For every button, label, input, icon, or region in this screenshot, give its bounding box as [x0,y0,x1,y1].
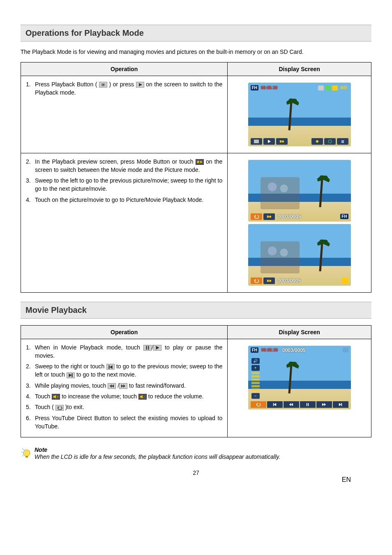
display-screen-preview-picture: 0003/0005 [248,224,351,286]
step-text: Touch + to increase the volume; touch - … [35,392,222,400]
page-number: 27 [21,469,371,476]
svg-marker-31 [53,395,56,398]
svg-rect-15 [267,215,268,217]
svg-marker-43 [322,403,324,406]
play-icon [136,82,144,88]
playback-intro: The Playback Mode is for viewing and man… [21,48,371,56]
star-icon [342,278,348,284]
note-title: Note [35,446,280,453]
step-number: 1. [26,80,35,97]
svg-rect-37 [273,403,274,406]
svg-rect-5 [254,142,259,143]
counter: 0003/0005 [278,278,301,284]
step-number: 3. [26,176,35,193]
back-icon [251,278,262,284]
svg-marker-44 [324,403,326,406]
svg-marker-22 [156,346,159,349]
next-icon [67,372,75,378]
svg-marker-2 [139,83,142,86]
step-number: 4. [26,196,35,204]
fh-badge: FH [340,214,348,219]
mode-switch-icon [263,213,275,220]
svg-marker-30 [123,384,125,388]
rewind-icon [108,383,116,389]
volume-down-icon: - [138,394,147,400]
svg-marker-28 [112,384,114,388]
menu-icon [251,138,262,145]
fh-badge: FH [251,347,258,353]
svg-marker-40 [291,403,293,406]
svg-rect-12 [197,161,199,163]
display-screen-preview-movie: 0003/0005 FH [248,160,351,222]
svg-point-8 [282,140,284,142]
playback-icon [263,138,275,145]
movie-table: Operation Display Screen 1. When in Movi… [21,325,371,438]
note-block: Note When the LCD is idle for a few seco… [21,446,371,461]
info-icon [324,138,336,145]
step-number: 4. [26,392,35,400]
svg-point-9 [316,140,318,143]
forward-icon [119,383,127,389]
prev-icon [267,401,283,408]
svg-rect-23 [108,365,109,369]
back-icon [251,213,262,220]
display-screen-movie-playback: FH 00:05:30 0003/0005 🔊 ＋ − [248,346,351,409]
svg-text:+: + [57,395,59,399]
svg-marker-25 [69,373,71,377]
svg-marker-38 [274,403,277,406]
back-icon [251,401,266,408]
pause-icon [300,401,316,408]
svg-marker-33 [140,395,143,398]
counter: 0003/0005 [278,214,301,220]
step-number: 3. [26,382,35,390]
svg-marker-45 [339,403,341,406]
language-indicator: EN [342,476,351,483]
vol-down-icon: − [251,393,260,399]
svg-point-10 [328,140,332,143]
wb-icon: WB [339,85,348,90]
svg-rect-11 [341,140,344,143]
step-number: 5. [26,403,35,411]
face-icon [332,86,338,90]
step-text: Press Playback Button ( ) or press on th… [35,80,222,97]
step-text: When in Movie Playback mode, touch / to … [35,343,222,360]
svg-marker-39 [289,403,291,406]
svg-point-16 [269,215,271,217]
mode-switch-icon [276,138,288,145]
play-time: 00:05:30 [260,347,279,353]
step-number: 6. [26,414,35,431]
svg-rect-42 [308,403,309,406]
svg-rect-41 [307,403,307,406]
svg-rect-21 [148,346,149,349]
svg-text:-: - [143,395,145,399]
step-number: 2. [26,362,35,379]
svg-point-19 [269,280,271,282]
svg-marker-24 [109,365,112,369]
counter: 0003/0005 [282,347,306,353]
table-row: 2. In the Playback preview screen, press… [21,153,371,292]
sd-icon [325,86,331,90]
svg-rect-1 [102,84,104,85]
light-icon [311,138,323,145]
note-body: When the LCD is idle for a few seconds, … [35,453,280,461]
battery-icon [318,86,324,90]
play-icon [153,345,161,351]
table-row: 1. Press Playback Button ( ) or press on… [21,76,371,153]
step-text: Press YouTube Direct Button to select th… [35,414,222,431]
rewind-icon [284,401,299,408]
step-text: Sweep to the right or touch to go to the… [35,362,222,379]
vol-up-icon: ＋ [251,365,260,371]
note-bulb-icon [21,446,31,459]
step-number: 1. [26,343,35,360]
rec-time: 00:05:30 [260,85,279,90]
mode-toggle-icon [196,159,204,165]
svg-point-13 [200,161,202,163]
prev-icon [106,364,115,370]
vol-bars [251,372,260,392]
next-icon [333,401,348,408]
col-operation: Operation [21,325,228,339]
step-text: Touch ( )to exit. [35,403,222,411]
display-screen-record: FH 00:05:30 WB [248,83,351,146]
volume-up-icon: + [52,394,60,400]
step-text: In the Playback preview screen, press Mo… [35,157,222,174]
